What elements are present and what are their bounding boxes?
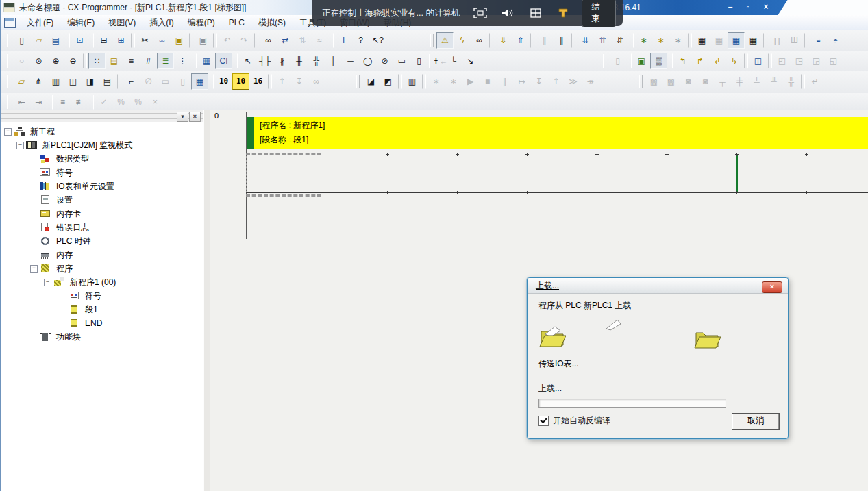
step-in[interactable]: ↧ (530, 73, 547, 90)
properties-window[interactable]: ▤ (99, 73, 116, 90)
sim-hand-2[interactable]: ∗ (445, 73, 462, 90)
delete-mode[interactable]: ↘ (462, 53, 479, 69)
menu-item[interactable]: 模拟(S) (251, 16, 293, 30)
program-mode[interactable]: ⇓ (495, 32, 512, 49)
redo[interactable]: ↷ (236, 32, 253, 49)
grid-style-2[interactable]: ▩ (662, 73, 680, 90)
print[interactable]: ⊟ (95, 32, 112, 49)
plc-memory-3[interactable]: ▦ (728, 32, 745, 49)
expander-icon[interactable]: − (4, 128, 12, 136)
monitor-set-1[interactable]: ↰ (674, 53, 691, 69)
scan-run[interactable]: ↠ (582, 73, 599, 90)
monitor-set-4[interactable]: ↳ (726, 53, 743, 69)
grid-style-3[interactable]: ◙ (680, 73, 697, 90)
or-contact-nc[interactable]: ╬ (308, 53, 325, 69)
tree-item[interactable]: PLC 时钟 (1, 234, 203, 248)
rail-style-1[interactable]: ╤ (714, 73, 731, 90)
vertical-line[interactable]: │ (325, 53, 342, 69)
paste-extended[interactable]: ▣ (195, 32, 212, 49)
speaker-icon[interactable] (500, 6, 515, 20)
pause[interactable]: ∥ (553, 32, 570, 49)
menu-item[interactable]: PLC (222, 16, 251, 29)
expander-icon[interactable]: − (16, 142, 24, 149)
force-release[interactable]: ◓ (827, 32, 844, 49)
outdent-rung[interactable]: ⇤ (13, 94, 30, 110)
run-mode[interactable]: ⇑ (512, 32, 529, 49)
window-view-2[interactable]: ◳ (791, 53, 808, 69)
zoom-reset[interactable]: ○ (13, 53, 30, 69)
edit-percent-2[interactable]: % (129, 94, 147, 110)
coil-nc[interactable]: ⊘ (376, 53, 393, 69)
tree-item[interactable]: 内存 (1, 248, 203, 262)
view-hierarchy[interactable]: ⋮ (174, 53, 191, 69)
tree-item[interactable]: END (1, 316, 203, 330)
align-list[interactable]: ≡ (54, 94, 71, 110)
close-icon[interactable]: × (189, 112, 201, 122)
print-preview[interactable]: ⊞ (112, 32, 129, 49)
grid-style-1[interactable]: ▩ (645, 73, 662, 90)
step-run[interactable]: ↦ (513, 73, 530, 90)
watch-window[interactable]: ◫ (64, 73, 82, 90)
work-online[interactable]: ⚠ (436, 32, 454, 49)
cycle-time[interactable]: Ш (786, 32, 803, 49)
close-button[interactable]: × (760, 1, 772, 12)
sim-hand[interactable]: ∅ (140, 73, 157, 90)
monitor-set-2[interactable]: ↱ (691, 53, 708, 69)
compare-with-plc[interactable]: ⇵ (611, 32, 628, 49)
menu-item[interactable]: 视图(V) (101, 16, 142, 30)
project-window[interactable]: ▱ (13, 73, 30, 90)
rail-style-4[interactable]: ╨ (765, 73, 782, 90)
tree-item[interactable]: 设置 (1, 193, 203, 207)
rung-list[interactable]: ≡ (123, 53, 140, 69)
fullscreen-icon[interactable] (472, 6, 487, 20)
tree-item[interactable]: − 新PLC1[CJ2M] 监视模式 (1, 138, 203, 152)
dialog-close-button[interactable]: × (762, 281, 782, 293)
horizontal-line[interactable]: ─ (342, 53, 359, 69)
zoom-custom[interactable]: ⊙ (30, 53, 47, 69)
sim-hand-1[interactable]: ∗ (427, 73, 445, 90)
tree-item[interactable]: 错误日志 (1, 221, 203, 234)
compile[interactable]: ⊡ (71, 32, 88, 49)
tree-item[interactable]: 内存卡 (1, 207, 203, 221)
continuous-step[interactable]: ≫ (565, 73, 582, 90)
contact-nc[interactable]: ∦ (273, 53, 290, 69)
rung-comment[interactable]: ▤ (106, 53, 123, 69)
tree-item[interactable]: 功能块 (1, 330, 203, 344)
end-session-button[interactable]: 结束 (582, 0, 616, 27)
address-link[interactable]: ∞ (308, 73, 325, 90)
edit-percent-1[interactable]: % (112, 94, 129, 110)
window-view-1[interactable]: ◰ (773, 53, 791, 69)
transfer-from-plc[interactable]: ⇈ (594, 32, 611, 49)
grid-style-4[interactable]: ◙ (697, 73, 714, 90)
shared-comments[interactable]: ≣ (157, 53, 174, 69)
rung-wrap[interactable]: # (140, 53, 157, 69)
symbol-cards[interactable]: ▣ (633, 53, 650, 69)
force-set[interactable]: ◒ (810, 32, 827, 49)
toolbox-window[interactable]: ⋔ (30, 73, 47, 90)
contact-no[interactable]: ┤├ (256, 53, 273, 69)
window-view-3[interactable]: ◲ (808, 53, 825, 69)
dialog-title-bar[interactable]: 上载... (528, 278, 788, 294)
chevron-down-icon[interactable]: ▾ (177, 112, 188, 122)
tree-item[interactable]: 符号 (1, 289, 203, 303)
cell-selection-cursor[interactable] (246, 153, 321, 197)
rail-style-5[interactable]: ╬ (782, 73, 799, 90)
cancel-button[interactable]: 取消 (732, 413, 780, 430)
mnemonic-view[interactable]: ▦ (198, 53, 215, 69)
replace[interactable]: ⇄ (277, 32, 294, 49)
dashed-box-view[interactable]: ▒ (650, 53, 667, 69)
align-list-alt[interactable]: ≢ (71, 94, 88, 110)
watch-stack[interactable]: ◫ (749, 53, 767, 69)
cut[interactable]: ✂ (136, 32, 153, 49)
cross-reference[interactable]: ◨ (82, 73, 99, 90)
tools-icon[interactable] (556, 6, 571, 20)
menu-item[interactable]: 编辑(E) (60, 16, 101, 30)
context-help[interactable]: ↖? (369, 32, 386, 49)
edit-on[interactable]: ✓ (95, 94, 112, 110)
plc-memory-1[interactable]: ▦ (693, 32, 710, 49)
online-edit-cancel[interactable]: ∗ (669, 32, 686, 49)
online-edit-send[interactable]: ∗ (652, 32, 669, 49)
mdi-child-icon[interactable] (4, 18, 16, 28)
coil[interactable]: ◯ (359, 53, 376, 69)
sim-settings[interactable]: ▥ (404, 73, 421, 90)
